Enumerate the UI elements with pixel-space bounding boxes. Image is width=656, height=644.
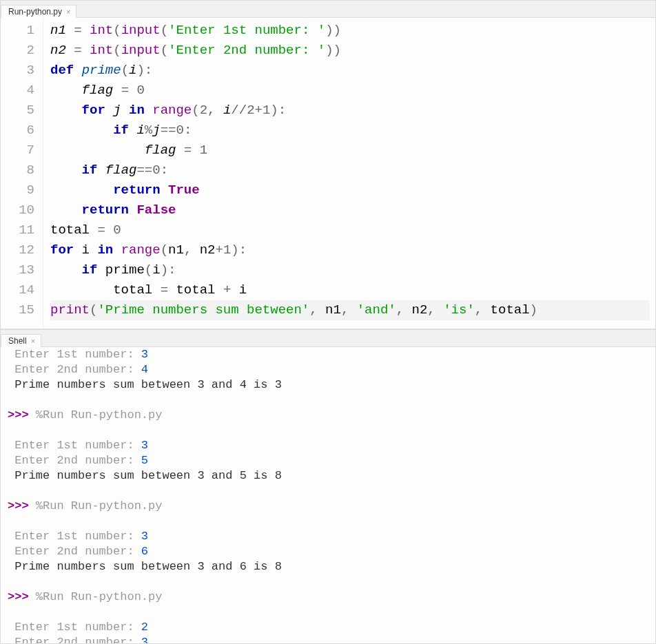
line-number: 4 [1, 81, 43, 101]
code-line: if i%j==0: [50, 121, 650, 141]
code-line: def prime(i): [50, 61, 650, 81]
code-line: n2 = int(input('Enter 2nd number: ')) [50, 41, 650, 61]
close-icon[interactable]: × [66, 8, 70, 16]
shell-pane: Shell × Enter 1st number: 3 Enter 2nd nu… [0, 329, 656, 644]
code-line: for j in range(2, i//2+1): [50, 101, 650, 121]
shell-tab-title: Shell [8, 336, 27, 346]
line-number: 8 [1, 160, 43, 180]
editor-body: 123456789101112131415 n1 = int(input('En… [1, 18, 655, 329]
shell-line: Enter 1st number: 2 [8, 620, 650, 635]
line-number: 11 [1, 220, 43, 240]
line-number: 6 [1, 121, 43, 141]
line-number: 14 [1, 280, 43, 300]
code-line: flag = 1 [50, 141, 650, 160]
line-number: 12 [1, 240, 43, 260]
line-number: 13 [1, 260, 43, 280]
code-area[interactable]: n1 = int(input('Enter 1st number: '))n2 … [43, 18, 655, 329]
code-line: print('Prime numbers sum between', n1, '… [50, 300, 650, 320]
editor-pane: Run-python.py × 123456789101112131415 n1… [0, 0, 656, 329]
code-line: if prime(i): [50, 260, 650, 280]
shell-line: >>> %Run Run-python.py [8, 590, 650, 605]
shell-line: Enter 2nd number: 3 [8, 635, 650, 643]
shell-line: Enter 2nd number: 4 [8, 362, 650, 377]
line-number: 15 [1, 300, 43, 320]
shell-line: Prime numbers sum between 3 and 4 is 3 [8, 377, 650, 393]
shell-tab[interactable]: Shell × [1, 334, 41, 347]
editor-tab[interactable]: Run-python.py × [1, 5, 76, 18]
shell-line [8, 393, 650, 408]
code-line: return True [50, 180, 650, 200]
code-line: return False [50, 200, 650, 220]
shell-line: Enter 2nd number: 5 [8, 453, 650, 468]
shell-line [8, 484, 650, 499]
shell-tab-bar: Shell × [1, 330, 655, 347]
line-number: 5 [1, 101, 43, 121]
shell-line: >>> %Run Run-python.py [8, 499, 650, 514]
close-icon[interactable]: × [31, 337, 35, 345]
code-line: for i in range(n1, n2+1): [50, 240, 650, 260]
shell-line: Enter 1st number: 3 [8, 529, 650, 544]
shell-line: Prime numbers sum between 3 and 6 is 8 [8, 559, 650, 574]
line-number-gutter: 123456789101112131415 [1, 18, 43, 329]
shell-line [8, 605, 650, 620]
line-number: 2 [1, 41, 43, 61]
shell-line [8, 574, 650, 590]
line-number: 1 [1, 21, 43, 41]
code-line: if flag==0: [50, 160, 650, 180]
code-line: n1 = int(input('Enter 1st number: ')) [50, 21, 650, 41]
line-number: 10 [1, 200, 43, 220]
code-line: flag = 0 [50, 81, 650, 101]
editor-tab-title: Run-python.py [8, 7, 62, 17]
shell-output[interactable]: Enter 1st number: 3 Enter 2nd number: 4 … [1, 347, 655, 643]
shell-line: Enter 1st number: 3 [8, 347, 650, 362]
line-number: 3 [1, 61, 43, 81]
shell-line [8, 423, 650, 438]
line-number: 9 [1, 180, 43, 200]
editor-tab-bar: Run-python.py × [1, 1, 655, 18]
shell-line: >>> %Run Run-python.py [8, 408, 650, 423]
shell-line: Enter 2nd number: 6 [8, 544, 650, 559]
code-line: total = 0 [50, 220, 650, 240]
code-line: total = total + i [50, 280, 650, 300]
line-number: 7 [1, 141, 43, 160]
shell-line: Enter 1st number: 3 [8, 438, 650, 453]
shell-line [8, 514, 650, 529]
shell-line: Prime numbers sum between 3 and 5 is 8 [8, 468, 650, 484]
